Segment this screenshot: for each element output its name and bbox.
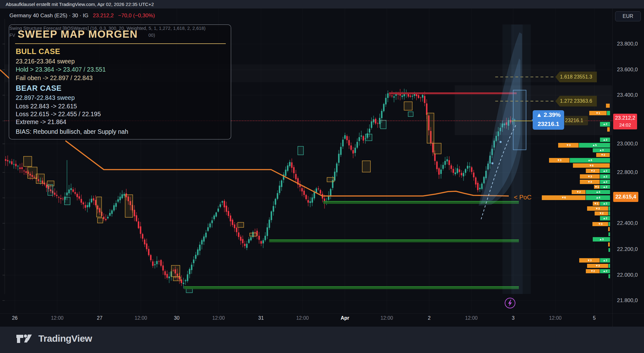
candle-body bbox=[267, 227, 268, 236]
tradingview-logo[interactable]: TradingView bbox=[16, 332, 92, 345]
time-tick-label: 3 bbox=[502, 315, 524, 321]
candle-body bbox=[142, 234, 143, 239]
candle-body bbox=[224, 201, 225, 208]
candle-body bbox=[9, 161, 11, 162]
candle-body bbox=[164, 271, 166, 275]
forecast-change-badge[interactable]: ▲ 2.39% 23216.1 bbox=[533, 110, 564, 130]
candle-body bbox=[68, 190, 70, 193]
candle-body bbox=[76, 194, 78, 197]
order-block-orange bbox=[427, 113, 434, 143]
candle-body bbox=[455, 172, 456, 174]
bear-loss2-line: Loss 22.615 -> 22.455 / 22.195 bbox=[16, 111, 101, 118]
bull-fail-line: Fail oben -> 22.897 / 22.843 bbox=[16, 74, 92, 82]
candle-body bbox=[144, 240, 146, 244]
candle-body bbox=[60, 198, 62, 199]
forecast-change-pct: ▲ 2.39% bbox=[533, 110, 564, 119]
candle-body bbox=[238, 232, 240, 237]
candle-body bbox=[287, 166, 289, 171]
panel-divider bbox=[15, 43, 226, 44]
candle-body bbox=[340, 147, 342, 155]
candle-body bbox=[371, 122, 372, 128]
candle-body bbox=[308, 200, 309, 203]
candle-body bbox=[459, 169, 460, 172]
candle-body bbox=[214, 215, 215, 219]
time-tick-label: 12:00 bbox=[46, 315, 68, 321]
candle-body bbox=[461, 173, 462, 175]
bear-extreme-line: Extreme -> 21.864 bbox=[16, 118, 66, 126]
order-block-teal bbox=[408, 112, 413, 117]
candle-body bbox=[197, 249, 199, 255]
bar-countdown: 24:02 bbox=[613, 122, 637, 128]
supply-line[interactable] bbox=[389, 92, 517, 94]
candle-body bbox=[438, 168, 440, 175]
candle-body bbox=[416, 94, 417, 96]
candle-body bbox=[201, 240, 203, 244]
candle-body bbox=[89, 202, 90, 207]
indicator-legend-fragment-left[interactable]: FV bbox=[9, 33, 15, 38]
candle-body bbox=[469, 166, 470, 167]
forecast-box[interactable] bbox=[513, 90, 526, 150]
candle-body bbox=[111, 210, 113, 214]
candle-body bbox=[209, 224, 211, 227]
order-block-orange bbox=[238, 222, 244, 227]
price-tick-label: 22.800,0 bbox=[617, 169, 638, 176]
candle-body bbox=[301, 188, 303, 191]
time-axis[interactable]: 2612:002712:003012:003112:00Apr12:00212:… bbox=[0, 313, 613, 327]
candle-body bbox=[271, 211, 272, 220]
candle-body bbox=[451, 166, 452, 169]
candle-body bbox=[402, 95, 403, 97]
candle-body bbox=[19, 167, 21, 169]
candle-body bbox=[369, 129, 370, 133]
candle-body bbox=[230, 215, 231, 221]
candle-body bbox=[418, 95, 419, 98]
fib-1272-badge[interactable]: 1.272 23363.6 bbox=[555, 96, 597, 106]
candle-body bbox=[291, 162, 293, 168]
candle-body bbox=[375, 119, 376, 123]
candle-body bbox=[115, 203, 117, 207]
price-tick-label: 21.800,0 bbox=[617, 297, 638, 304]
candle-body bbox=[66, 193, 68, 195]
candle-body bbox=[222, 201, 223, 203]
candle-body bbox=[191, 265, 192, 270]
price-tick-label: 22.000,0 bbox=[617, 272, 638, 278]
candle-body bbox=[234, 225, 236, 228]
candle-body bbox=[156, 261, 158, 264]
candle-body bbox=[13, 164, 15, 165]
symbol-title[interactable]: Germany 40 Cash (E25) · 30 · IG bbox=[9, 13, 88, 19]
candle-body bbox=[240, 237, 242, 241]
candle-body bbox=[85, 205, 86, 208]
fib-1618-badge[interactable]: 1.618 23551.3 bbox=[555, 72, 597, 82]
indicator-legend-fragment-right[interactable]: 00) bbox=[148, 33, 155, 38]
candle-body bbox=[56, 195, 58, 196]
time-tick-label: 26 bbox=[4, 315, 26, 321]
candle-body bbox=[471, 167, 473, 172]
symbol-legend[interactable]: Germany 40 Cash (E25) · 30 · IG 23.212,2… bbox=[9, 13, 155, 19]
candle-body bbox=[138, 221, 139, 228]
candle-body bbox=[389, 95, 391, 95]
candle-body bbox=[91, 199, 92, 202]
forecast-target-price: 23216.1 bbox=[533, 119, 564, 128]
candle-body bbox=[254, 232, 256, 233]
candle-body bbox=[62, 199, 64, 199]
price-axis[interactable]: 23.800,023.600,023.400,023.000,022.800,0… bbox=[613, 8, 644, 327]
order-block-teal bbox=[298, 146, 303, 155]
candle-body bbox=[103, 217, 105, 219]
currency-button[interactable]: EUR bbox=[615, 11, 641, 21]
order-block-orange bbox=[24, 156, 32, 166]
order-block-orange bbox=[250, 233, 257, 236]
candle-body bbox=[467, 166, 469, 169]
export-info-bar: Absaufklausel erstellt mit TradingView.c… bbox=[0, 0, 644, 8]
candle-body bbox=[303, 191, 305, 195]
candle-body bbox=[83, 203, 84, 204]
candle-body bbox=[152, 261, 154, 266]
candle-body bbox=[228, 211, 229, 216]
order-block-teal bbox=[366, 134, 372, 141]
candle-body bbox=[391, 95, 393, 96]
candle-body bbox=[279, 186, 280, 193]
time-tick-label: 30 bbox=[166, 315, 188, 321]
candle-body bbox=[440, 170, 442, 174]
order-block-teal bbox=[48, 185, 53, 195]
lightning-marker-icon[interactable] bbox=[505, 298, 515, 308]
candle-body bbox=[95, 200, 97, 205]
candle-body bbox=[457, 168, 458, 173]
